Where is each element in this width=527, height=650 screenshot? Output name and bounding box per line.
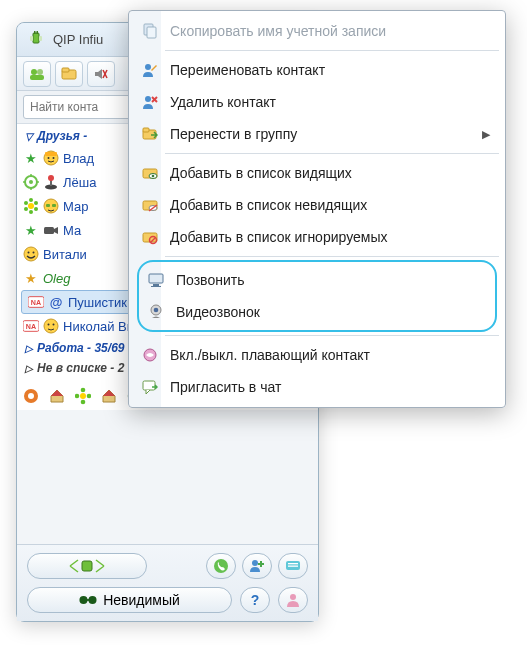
svg-rect-13 bbox=[45, 152, 57, 156]
menu-move-to-group[interactable]: Перенести в группу ▶ bbox=[131, 118, 503, 150]
folder-eye-icon bbox=[140, 163, 160, 183]
menu-rename[interactable]: Переименовать контакт bbox=[131, 54, 503, 86]
help-button[interactable]: ? bbox=[240, 587, 270, 613]
menu-sep bbox=[165, 256, 499, 257]
menu-label: Позвонить bbox=[176, 272, 244, 288]
toolbar-sound-button[interactable] bbox=[87, 61, 115, 87]
svg-point-26 bbox=[29, 198, 33, 202]
menu-label: Пригласить в чат bbox=[170, 379, 281, 395]
add-contact-button[interactable] bbox=[242, 553, 272, 579]
contact-name: Ма bbox=[63, 223, 81, 238]
webcam-icon bbox=[146, 302, 166, 322]
svg-text:NA: NA bbox=[26, 323, 36, 331]
floating-icon bbox=[140, 345, 160, 365]
svg-point-36 bbox=[24, 247, 38, 261]
collapse-icon: ▷ bbox=[25, 363, 33, 374]
svg-point-17 bbox=[29, 180, 33, 184]
battery-button[interactable] bbox=[27, 553, 147, 579]
flower-green-icon[interactable] bbox=[75, 388, 91, 404]
svg-point-50 bbox=[87, 394, 91, 399]
group-label: Работа - 35/69 bbox=[37, 341, 124, 355]
svg-rect-86 bbox=[153, 284, 159, 286]
svg-point-38 bbox=[33, 252, 35, 254]
menu-sep bbox=[165, 153, 499, 154]
icq-icon bbox=[23, 198, 39, 214]
call-highlight-group: Позвонить Видеозвонок bbox=[137, 260, 497, 332]
svg-point-29 bbox=[29, 210, 33, 214]
menu-toggle-floating[interactable]: Вкл./выкл. плавающий контакт bbox=[131, 339, 503, 371]
svg-point-14 bbox=[48, 157, 50, 159]
menu-copy-account[interactable]: Скопировать имя учетной записи bbox=[131, 15, 503, 47]
menu-sep bbox=[165, 335, 499, 336]
menu-label: Скопировать имя учетной записи bbox=[170, 23, 386, 39]
copy-icon bbox=[140, 21, 160, 41]
app-icon bbox=[27, 31, 45, 49]
home-icon-2[interactable] bbox=[101, 388, 117, 404]
svg-point-44 bbox=[48, 324, 50, 326]
status-away-icon[interactable] bbox=[23, 388, 39, 404]
menu-delete[interactable]: Удалить контакт bbox=[131, 86, 503, 118]
svg-rect-7 bbox=[30, 75, 44, 80]
profile-button[interactable] bbox=[278, 587, 308, 613]
svg-rect-87 bbox=[151, 286, 161, 287]
svg-rect-91 bbox=[143, 381, 155, 390]
svg-rect-69 bbox=[147, 27, 156, 38]
na-badge-icon: NA bbox=[28, 294, 44, 310]
svg-point-45 bbox=[53, 324, 55, 326]
message-button[interactable] bbox=[278, 553, 308, 579]
face-icon bbox=[43, 318, 59, 334]
toolbar-accounts-button[interactable] bbox=[23, 61, 51, 87]
menu-add-visible[interactable]: Добавить в список видящих bbox=[131, 157, 503, 189]
status-label: Невидимый bbox=[103, 592, 180, 608]
svg-text:NA: NA bbox=[31, 299, 41, 307]
menu-invite-chat[interactable]: Пригласить в чат bbox=[131, 371, 503, 403]
status-button[interactable]: Невидимый bbox=[27, 587, 232, 613]
menu-video-call[interactable]: Видеозвонок bbox=[139, 296, 495, 328]
svg-point-5 bbox=[31, 69, 37, 75]
svg-rect-9 bbox=[62, 68, 69, 72]
na-badge-icon: NA bbox=[23, 318, 39, 334]
svg-rect-4 bbox=[39, 36, 42, 41]
contact-name: Лёша bbox=[63, 175, 96, 190]
svg-point-52 bbox=[75, 394, 79, 399]
home-icon[interactable] bbox=[49, 388, 65, 404]
svg-point-24 bbox=[48, 175, 54, 181]
person-edit-icon bbox=[140, 60, 160, 80]
context-menu: Скопировать имя учетной записи Переимено… bbox=[128, 10, 506, 408]
toolbar-folder-button[interactable] bbox=[55, 61, 83, 87]
star-icon: ★ bbox=[23, 222, 39, 238]
expand-icon: ▽ bbox=[25, 131, 33, 142]
avatar-icon bbox=[43, 150, 59, 166]
menu-add-ignore[interactable]: Добавить в список игнорируемых bbox=[131, 221, 503, 253]
svg-rect-63 bbox=[288, 566, 298, 567]
person-delete-icon bbox=[140, 92, 160, 112]
svg-point-6 bbox=[37, 69, 43, 75]
svg-point-31 bbox=[24, 201, 28, 205]
controls-row-2: Невидимый ? bbox=[21, 583, 314, 617]
svg-point-58 bbox=[252, 560, 258, 566]
menu-call[interactable]: Позвонить bbox=[139, 264, 495, 296]
contact-name: Пушистик bbox=[68, 295, 127, 310]
contact-name: Мар bbox=[63, 199, 88, 214]
status-icon bbox=[23, 174, 39, 190]
menu-add-invisible[interactable]: Добавить в список невидящих bbox=[131, 189, 503, 221]
bottom-bar: Невидимый ? bbox=[17, 544, 318, 621]
menu-sep bbox=[165, 50, 499, 51]
monitor-icon bbox=[146, 270, 166, 290]
folder-hidden-icon bbox=[140, 195, 160, 215]
svg-rect-56 bbox=[82, 561, 92, 571]
svg-point-49 bbox=[81, 388, 86, 393]
svg-point-15 bbox=[53, 157, 55, 159]
camera-icon bbox=[43, 222, 59, 238]
svg-rect-62 bbox=[288, 563, 298, 564]
svg-point-48 bbox=[80, 393, 86, 399]
submenu-arrow-icon: ▶ bbox=[482, 128, 490, 141]
controls-row-1 bbox=[21, 549, 314, 583]
svg-point-30 bbox=[24, 207, 28, 211]
svg-rect-75 bbox=[143, 128, 149, 132]
contact-name: Oleg bbox=[43, 271, 70, 286]
chat-invite-icon bbox=[140, 377, 160, 397]
call-button[interactable] bbox=[206, 553, 236, 579]
collapse-icon: ▷ bbox=[25, 343, 33, 354]
svg-point-47 bbox=[28, 393, 34, 399]
